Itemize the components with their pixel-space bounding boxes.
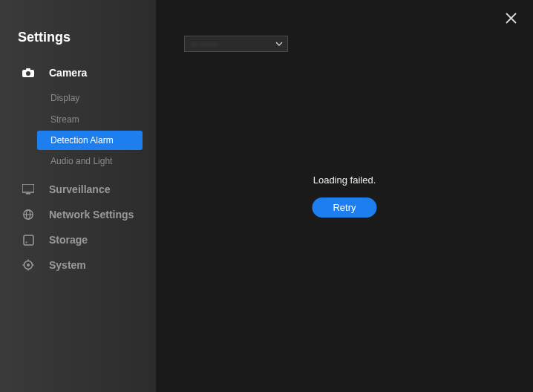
sub-item-audio-and-light[interactable]: Audio and Light — [0, 151, 156, 172]
sidebar-title: Settings — [0, 30, 156, 60]
nav-item-label: Camera — [49, 67, 87, 79]
nav-item-surveillance[interactable]: Surveillance — [0, 177, 156, 202]
nav-item-storage[interactable]: Storage — [0, 227, 156, 252]
chevron-down-icon — [275, 42, 283, 46]
nav-item-system[interactable]: System — [0, 252, 156, 278]
main-panel: ··· ········ Loading failed. Retry — [156, 0, 533, 392]
sub-item-detection-alarm[interactable]: Detection Alarm — [37, 131, 143, 150]
gear-icon — [22, 259, 34, 271]
svg-rect-3 — [22, 184, 34, 192]
nav-item-label: Surveillance — [49, 183, 111, 195]
svg-point-2 — [26, 71, 30, 76]
svg-point-9 — [25, 241, 27, 243]
sub-item-stream[interactable]: Stream — [0, 109, 156, 130]
nav-item-camera[interactable]: Camera — [0, 60, 156, 85]
storage-icon — [22, 234, 34, 246]
nav-item-label: Network Settings — [49, 209, 134, 220]
loading-failed-text: Loading failed. — [313, 174, 376, 186]
settings-sidebar: Settings Camera Display Stream Detection… — [0, 0, 156, 392]
close-button[interactable] — [503, 12, 518, 27]
svg-rect-4 — [26, 193, 30, 195]
sub-item-display[interactable]: Display — [0, 88, 156, 108]
nav-item-network-settings[interactable]: Network Settings — [0, 202, 156, 227]
loading-failed-panel: Loading failed. Retry — [312, 174, 376, 218]
retry-button[interactable]: Retry — [312, 197, 376, 218]
nav-item-label: Storage — [49, 234, 88, 246]
monitor-icon — [22, 183, 34, 195]
camera-select-dropdown[interactable]: ··· ········ — [184, 36, 288, 52]
nav-item-label: System — [49, 259, 86, 271]
camera-icon — [22, 67, 34, 79]
svg-rect-8 — [24, 235, 33, 245]
svg-point-11 — [27, 264, 30, 267]
dropdown-selected-text: ··· ········ — [191, 39, 275, 48]
app-root: Settings Camera Display Stream Detection… — [0, 0, 533, 392]
nav-sublist-camera: Display Stream Detection Alarm Audio and… — [0, 85, 156, 175]
close-icon — [506, 13, 517, 27]
svg-rect-1 — [26, 68, 30, 71]
globe-icon — [22, 209, 34, 220]
nav-section-camera: Camera Display Stream Detection Alarm Au… — [0, 60, 156, 175]
